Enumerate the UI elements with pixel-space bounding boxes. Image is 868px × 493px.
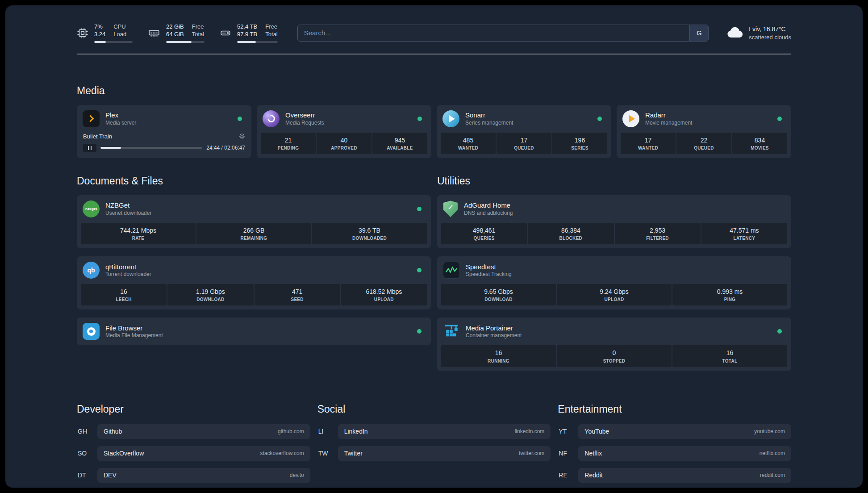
bookmark-group-developer: Developer GH Github github.com SO StackO… bbox=[77, 403, 310, 488]
stat-queued: 17 QUEUED bbox=[497, 133, 551, 154]
qbittorrent-icon: qb bbox=[83, 262, 100, 279]
section-title-entertainment: Entertainment bbox=[558, 403, 791, 415]
bookmark-github: GH Github github.com bbox=[77, 424, 310, 439]
service-subtitle: Torrent downloader bbox=[105, 271, 151, 278]
bookmark-link[interactable]: Netflix netflix.com bbox=[578, 446, 791, 461]
bookmark-reddit: RE Reddit reddit.com bbox=[558, 468, 791, 483]
cpu-usage-value: 7% bbox=[94, 23, 105, 31]
overseerr-icon bbox=[263, 110, 280, 127]
service-card-radarr[interactable]: Radarr Movie management 17 WANTED 22 QUE… bbox=[617, 105, 791, 158]
service-card-qbittorrent[interactable]: qb qBittorrent Torrent downloader 16 LEE… bbox=[77, 256, 431, 309]
now-playing-title: Bullet Train bbox=[83, 133, 112, 140]
disk-free-label: Free bbox=[265, 23, 277, 31]
memory-free-label: Free bbox=[192, 23, 204, 31]
bookmark-abbr: LI bbox=[317, 428, 334, 435]
status-dot bbox=[417, 207, 421, 211]
stat-approved: 40 APPROVED bbox=[317, 133, 371, 154]
playback-progress-fill bbox=[100, 147, 121, 149]
bookmark-abbr: RE bbox=[558, 472, 574, 479]
service-subtitle: Media Requests bbox=[285, 120, 324, 127]
service-card-adguard[interactable]: ✓ AdGuard Home DNS and adblocking 498,46… bbox=[437, 195, 791, 248]
disk-icon bbox=[220, 27, 231, 39]
memory-free-value: 22 GiB bbox=[166, 23, 184, 31]
status-dot bbox=[417, 117, 422, 121]
status-dot bbox=[417, 329, 421, 334]
service-name: Plex bbox=[105, 111, 136, 120]
service-card-sonarr[interactable]: Sonarr Series management 485 WANTED 17 Q… bbox=[437, 105, 611, 158]
status-dot bbox=[777, 329, 782, 334]
header-divider bbox=[77, 54, 791, 54]
service-name: NZBGet bbox=[105, 201, 151, 210]
service-subtitle: Container management bbox=[466, 332, 522, 339]
bookmark-abbr: YT bbox=[558, 428, 574, 435]
memory-total-label: Total bbox=[192, 31, 204, 38]
stat-available: 945 AVAILABLE bbox=[372, 133, 427, 154]
stat-filtered: 2,953 FILTERED bbox=[615, 223, 701, 244]
service-subtitle: Series management bbox=[465, 120, 513, 127]
section-utilities: Utilities ✓ AdGuard Home DNS and adblock… bbox=[437, 175, 791, 371]
service-name: Media Portainer bbox=[466, 324, 522, 333]
cpu-progress-fill bbox=[94, 41, 106, 43]
search-input[interactable] bbox=[297, 25, 709, 42]
service-card-portainer[interactable]: Media Portainer Container management 16 … bbox=[437, 318, 791, 371]
cloud-icon bbox=[726, 26, 743, 40]
top-bar: 7% 3.24 CPU Load bbox=[77, 23, 791, 43]
service-name: Speedtest bbox=[466, 263, 512, 272]
weather-location: Lviv, 16.87°C bbox=[749, 25, 791, 33]
status-dot bbox=[417, 268, 421, 272]
stat-latency: 47.571 ms LATENCY bbox=[701, 223, 787, 244]
memory-progress-bar bbox=[166, 41, 204, 43]
bookmark-stackoverflow: SO StackOverflow stackoverflow.com bbox=[77, 446, 310, 461]
bookmark-link[interactable]: LinkedIn linkedin.com bbox=[338, 424, 551, 439]
stat-remaining: 266 GB REMAINING bbox=[196, 223, 311, 244]
service-card-filebrowser[interactable]: File Browser Media File Management bbox=[77, 318, 431, 345]
stat-wanted: 485 WANTED bbox=[441, 133, 496, 154]
bookmark-abbr: GH bbox=[77, 428, 93, 435]
plex-now-playing: Bullet Train 24:44 / 02:06:47 bbox=[81, 132, 247, 154]
stat-ping: 0.993 ms PING bbox=[672, 284, 787, 305]
memory-widget: 22 GiB 64 GiB Free Total bbox=[148, 23, 204, 43]
resource-widgets: 7% 3.24 CPU Load bbox=[77, 23, 278, 43]
playback-time: 24:44 / 02:06:47 bbox=[206, 145, 245, 151]
homepage-dashboard: 7% 3.24 CPU Load bbox=[5, 5, 863, 488]
bookmark-link[interactable]: Github github.com bbox=[97, 424, 310, 439]
bookmark-link[interactable]: YouTube youtube.com bbox=[578, 424, 791, 439]
radarr-icon bbox=[622, 110, 639, 127]
bookmark-link[interactable]: StackOverflow stackoverflow.com bbox=[97, 446, 310, 461]
service-name: Overseerr bbox=[285, 111, 324, 120]
stat-queued: 22 QUEUED bbox=[676, 133, 731, 154]
service-subtitle: Media File Management bbox=[105, 332, 163, 339]
service-card-overseerr[interactable]: Overseerr Media Requests 21 PENDING 40 A… bbox=[257, 105, 431, 158]
service-name: AdGuard Home bbox=[464, 201, 513, 210]
bookmark-link[interactable]: Twitter twitter.com bbox=[338, 446, 551, 461]
bookmark-group-entertainment: Entertainment YT YouTube youtube.com NF … bbox=[558, 403, 791, 488]
pause-button[interactable] bbox=[83, 144, 96, 152]
service-card-plex[interactable]: Plex Media server Bullet Train bbox=[77, 105, 251, 158]
status-dot bbox=[777, 117, 782, 121]
section-media: Media Plex Media server Bullet Tra bbox=[77, 85, 791, 158]
bookmark-link[interactable]: DEV dev.to bbox=[97, 468, 310, 483]
stat-download: 9.65 Gbps DOWNLOAD bbox=[441, 284, 556, 305]
status-dot bbox=[597, 117, 602, 121]
stat-upload: 618.52 Mbps UPLOAD bbox=[341, 284, 427, 305]
stat-running: 16 RUNNING bbox=[441, 345, 556, 367]
bookmark-abbr: TW bbox=[317, 450, 334, 457]
bookmark-abbr: SO bbox=[77, 450, 93, 457]
search-provider-button[interactable]: G bbox=[689, 25, 708, 41]
stat-blocked: 86,384 BLOCKED bbox=[528, 223, 613, 244]
memory-total-value: 64 GiB bbox=[166, 31, 184, 38]
cpu-widget: 7% 3.24 CPU Load bbox=[77, 23, 133, 43]
service-subtitle: Usenet downloader bbox=[105, 210, 151, 217]
section-documents: Documents & Files nzbget NZBGet Usenet d… bbox=[77, 175, 431, 371]
weather-condition: scattered clouds bbox=[749, 33, 791, 42]
plex-icon bbox=[83, 110, 100, 127]
service-card-nzbget[interactable]: nzbget NZBGet Usenet downloader 744.21 M… bbox=[77, 195, 431, 248]
adguard-icon: ✓ bbox=[443, 201, 458, 217]
gear-icon[interactable] bbox=[239, 133, 245, 139]
service-card-speedtest[interactable]: Speedtest Speedtest Tracking 9.65 Gbps D… bbox=[437, 256, 791, 309]
bookmark-link[interactable]: Reddit reddit.com bbox=[578, 468, 791, 483]
playback-progress-bar[interactable] bbox=[100, 147, 202, 149]
service-name: Radarr bbox=[645, 111, 692, 120]
service-subtitle: Movie management bbox=[645, 120, 692, 127]
bookmark-netflix: NF Netflix netflix.com bbox=[558, 446, 791, 461]
